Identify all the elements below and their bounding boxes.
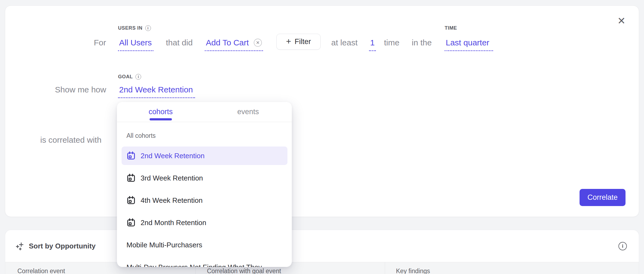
users-field-value: All Users (119, 38, 152, 48)
at-least-word: at least (331, 38, 358, 48)
add-filter-button-label: Filter (295, 38, 311, 46)
calendar-icon (126, 218, 136, 227)
time-range-field-value: Last quarter (446, 38, 489, 48)
tab-cohorts-label: cohorts (148, 108, 173, 116)
cohort-picker-dropdown: cohorts events All cohorts 2nd Week Rete… (117, 102, 292, 267)
calendar-icon (126, 151, 136, 160)
list-item[interactable]: 2nd Week Retention (122, 147, 287, 165)
list-item[interactable]: 3rd Week Retention (122, 169, 287, 187)
info-icon[interactable]: i (135, 74, 141, 80)
table-header-row: Correlation event Correlation with goal … (5, 262, 639, 274)
time-word: time (384, 38, 400, 48)
event-field-value: Add To Cart (206, 38, 249, 48)
correlate-query-card: ✕ USERS IN i TIME For All Users that did… (5, 5, 639, 217)
calendar-icon (126, 196, 136, 205)
list-item-label: 2nd Week Retention (141, 152, 205, 160)
tab-cohorts[interactable]: cohorts (117, 102, 205, 122)
active-tab-indicator (150, 118, 172, 120)
that-did-word: that did (166, 38, 193, 48)
add-filter-button[interactable]: + Filter (276, 34, 321, 50)
sort-row: Sort by Opportunity i (5, 230, 639, 262)
event-field[interactable]: Add To Cart × (205, 38, 263, 51)
list-item-label: 2nd Month Retention (141, 219, 206, 227)
tab-events-label: events (237, 108, 259, 116)
count-field-value: 1 (370, 38, 375, 48)
time-label: TIME (445, 25, 457, 31)
show-me-how-word: Show me how (55, 85, 106, 95)
users-field[interactable]: All Users (118, 38, 153, 51)
list-item[interactable]: 2nd Month Retention (122, 213, 287, 232)
close-icon[interactable]: ✕ (614, 14, 628, 28)
correlate-button[interactable]: Correlate (580, 189, 626, 206)
goal-field-value: 2nd Week Retention (119, 85, 193, 95)
list-item-label: 4th Week Retention (141, 196, 203, 205)
info-icon[interactable]: i (618, 242, 627, 250)
dropdown-tabs: cohorts events (117, 102, 292, 122)
calendar-icon (126, 173, 136, 183)
list-item[interactable]: Mobile Multi-Purchasers (122, 236, 287, 254)
goal-label-text: GOAL (118, 74, 133, 80)
remove-event-icon[interactable]: × (254, 39, 262, 47)
users-in-label-text: USERS IN (118, 25, 143, 31)
time-range-field[interactable]: Last quarter (445, 38, 493, 51)
list-item[interactable]: 4th Week Retention (122, 191, 287, 210)
users-in-label: USERS IN i (118, 25, 151, 31)
sparkle-icon (16, 242, 24, 250)
cohort-list: 2nd Week Retention 3rd Week Retention (117, 147, 292, 267)
plus-icon: + (286, 37, 291, 46)
time-label-text: TIME (445, 25, 457, 31)
column-header-key-findings: Key findings (385, 262, 639, 274)
section-label: All cohorts (126, 132, 292, 139)
list-item[interactable]: Multi-Day Browsers Not Finding What They (122, 258, 287, 267)
tab-events[interactable]: events (205, 102, 292, 122)
info-icon[interactable]: i (145, 25, 151, 31)
list-item-label: Mobile Multi-Purchasers (126, 241, 202, 249)
results-panel: Sort by Opportunity i Correlation event … (5, 230, 639, 274)
page-background: ✕ USERS IN i TIME For All Users that did… (0, 0, 644, 274)
count-field[interactable]: 1 (369, 38, 376, 51)
for-word: For (94, 38, 106, 48)
sort-by-opportunity-button[interactable]: Sort by Opportunity (29, 242, 96, 250)
list-item-label: Multi-Day Browsers Not Finding What They (126, 263, 262, 267)
goal-field[interactable]: 2nd Week Retention (118, 85, 195, 98)
goal-label: GOAL i (118, 74, 141, 80)
is-correlated-with-word: is correlated with (40, 135, 101, 145)
list-item-label: 3rd Week Retention (141, 174, 203, 182)
in-the-word: in the (412, 38, 432, 48)
